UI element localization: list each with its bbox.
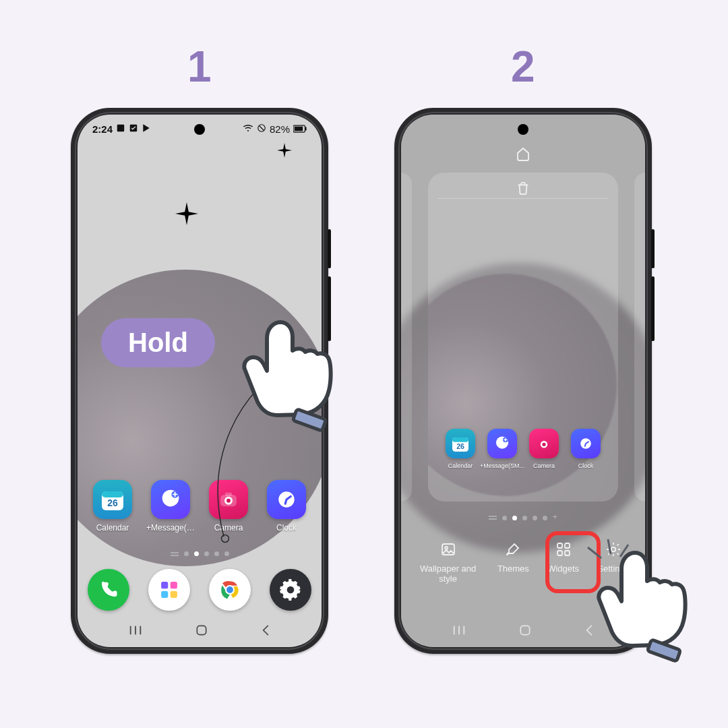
sparkle-icon [175,202,198,225]
mini-app-calendar[interactable]: 26 Calendar [444,429,477,469]
svg-rect-5 [305,127,307,130]
picture-icon [116,123,125,135]
wifi-icon [243,123,253,135]
front-camera-notch [518,124,528,135]
step-number-2: 2 [511,42,535,92]
svg-rect-47 [647,640,680,662]
prev-page-peek[interactable] [401,173,412,502]
nav-bar [78,616,322,647]
dock-phone[interactable] [88,569,129,611]
front-camera-notch [194,124,205,135]
nav-home[interactable] [195,624,208,640]
next-page-peek[interactable] [634,173,645,502]
dock [78,569,322,611]
svg-line-45 [608,539,611,554]
step-number-1: 1 [187,42,212,92]
edit-wallpaper-button[interactable]: Wallpaper and style [417,541,479,584]
svg-rect-43 [520,626,529,634]
svg-point-34 [542,443,545,446]
page-indicator-edit[interactable]: + [401,515,645,520]
svg-rect-18 [171,582,177,588]
sparkle-icon [277,143,292,158]
mini-app-message[interactable]: +Message(SM... [486,429,518,469]
app-calendar[interactable]: 26 Calendar [92,480,133,533]
status-time: 2:24 [92,123,113,135]
brush-icon [505,541,521,558]
svg-rect-19 [161,591,168,598]
svg-point-2 [247,129,249,131]
svg-rect-36 [442,544,454,555]
svg-rect-17 [161,582,168,588]
svg-rect-20 [171,591,177,598]
svg-rect-6 [295,126,303,131]
delete-page-icon[interactable] [428,181,618,195]
svg-rect-29 [452,437,468,442]
edit-themes-button[interactable]: Themes [497,541,529,574]
battery-icon [293,123,307,135]
app-message[interactable]: +Message(SM... [150,480,191,533]
tap-hand-icon [584,538,698,669]
page-indicator[interactable] [78,551,322,556]
nav-recents[interactable] [452,624,466,639]
mini-app-camera[interactable]: Camera [528,429,560,469]
nav-back[interactable] [260,624,271,640]
svg-text:26: 26 [107,497,118,508]
svg-point-37 [445,547,448,549]
svg-rect-0 [117,124,125,131]
svg-rect-25 [197,626,206,634]
svg-point-26 [222,535,229,543]
home-page-card[interactable]: 26 Calendar +Message(SM... [428,173,618,502]
dock-chrome[interactable] [209,569,251,611]
play-icon [142,123,151,135]
dock-apps[interactable] [148,569,190,611]
mini-app-clock[interactable]: Clock [570,429,602,469]
check-badge-icon [129,123,138,135]
svg-text:26: 26 [456,442,464,450]
dock-settings[interactable] [270,569,311,611]
battery-percent: 82% [270,123,290,135]
picture-icon [440,541,456,558]
tap-hand-icon [236,315,344,439]
svg-line-44 [588,547,601,558]
nav-home[interactable] [518,624,532,640]
no-sim-icon [257,123,266,135]
svg-rect-8 [102,491,123,497]
svg-rect-27 [293,409,326,431]
nav-recents[interactable] [128,624,143,639]
default-home-icon[interactable] [515,146,531,164]
